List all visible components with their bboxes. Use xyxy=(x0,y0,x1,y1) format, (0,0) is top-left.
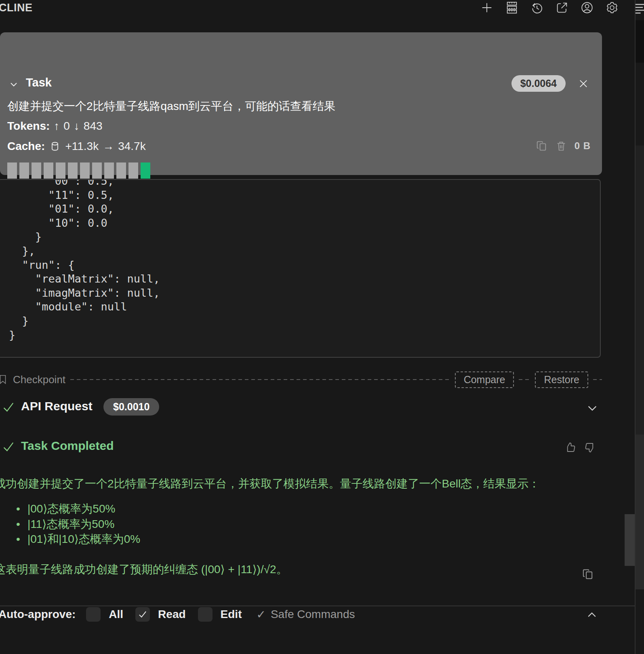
cline-panel: CLINE xyxy=(0,0,644,654)
context-block xyxy=(141,162,150,179)
checkbox-edit-label[interactable]: Edit xyxy=(221,608,242,621)
checkpoint-divider xyxy=(70,379,450,380)
api-request-label[interactable]: API Request xyxy=(21,399,93,413)
storage-size-value: 0 B xyxy=(575,140,591,152)
copy-response-icon[interactable] xyxy=(582,568,594,580)
app-title: CLINE xyxy=(0,2,33,14)
checkbox-edit[interactable] xyxy=(198,607,213,622)
code-block-content: "00": 0.5, "11": 0.5, "01": 0.0, "10": 0… xyxy=(0,179,600,342)
expand-chevron-down-icon[interactable] xyxy=(586,402,599,415)
cache-read-value: 34.7k xyxy=(118,140,146,153)
restore-button[interactable]: Restore xyxy=(535,371,588,388)
account-icon[interactable] xyxy=(580,1,594,15)
cache-actions: 0 B xyxy=(536,140,591,152)
auto-approve-label: Auto-approve: xyxy=(0,608,76,621)
tokens-label: Tokens: xyxy=(7,120,50,133)
task-title[interactable]: Task xyxy=(26,76,52,89)
checkbox-read[interactable] xyxy=(135,607,150,622)
context-block xyxy=(92,162,102,179)
menu-list-icon[interactable] xyxy=(634,2,644,15)
history-icon[interactable] xyxy=(530,1,544,15)
editor-edge-strip xyxy=(636,146,644,435)
result-paragraph: 成功创建并提交了一个2比特量子线路到云平台，并获取了模拟结果。量子线路创建了一个… xyxy=(0,475,600,492)
checkpoint-divider xyxy=(593,379,602,380)
list-item: |00⟩态概率为50% xyxy=(16,501,140,517)
context-block xyxy=(32,162,41,179)
context-block xyxy=(56,162,65,179)
context-block xyxy=(80,162,90,179)
task-header-panel: Task $0.0064 创建并提交一个2比特量子线路qasm到云平台，可能的话… xyxy=(0,32,602,175)
mcp-servers-icon[interactable] xyxy=(505,1,519,15)
check-icon xyxy=(2,400,15,414)
collapse-chevron-down-icon[interactable] xyxy=(9,80,19,89)
context-block xyxy=(104,162,114,179)
close-task-icon[interactable] xyxy=(578,78,589,89)
checkpoint-row: Checkpoint Compare Restore xyxy=(0,371,602,388)
code-block[interactable]: "00": 0.5, "11": 0.5, "01": 0.0, "10": 0… xyxy=(0,179,601,358)
open-in-editor-icon[interactable] xyxy=(555,1,569,15)
new-task-plus-icon[interactable] xyxy=(480,1,494,15)
scrollbar[interactable] xyxy=(625,514,635,566)
check-icon xyxy=(2,440,15,454)
safe-commands-label: Safe Commands xyxy=(271,608,355,621)
tokens-down-value: 843 xyxy=(84,120,103,133)
arrow-down-icon: ↓ xyxy=(74,120,80,133)
editor-edge-strip xyxy=(636,0,644,654)
auto-approve-row: Auto-approve: All Read Edit ✓ Safe Comma… xyxy=(0,605,644,624)
collapse-chevron-up-icon[interactable] xyxy=(586,609,598,621)
titlebar: CLINE xyxy=(0,0,644,18)
checkpoint-divider xyxy=(519,379,530,380)
trash-icon[interactable] xyxy=(555,140,567,152)
checkpoint-label: Checkpoint xyxy=(13,373,65,386)
api-request-cost-badge: $0.0010 xyxy=(103,398,159,416)
context-block xyxy=(68,162,78,179)
thumbs-up-icon[interactable] xyxy=(564,441,576,454)
result-footer: 这表明量子线路成功创建了预期的纠缠态 (|00⟩ + |11⟩)/√2。 xyxy=(0,562,600,577)
bookmark-icon xyxy=(0,374,8,385)
check-icon: ✓ xyxy=(256,608,265,621)
cache-label: Cache: xyxy=(7,140,45,153)
result-bullet-list: |00⟩态概率为50% |11⟩态概率为50% |01⟩和|10⟩态概率为0% xyxy=(16,501,140,547)
cache-row: Cache: +11.3k → 34.7k xyxy=(7,140,146,153)
database-icon xyxy=(50,141,60,152)
context-block xyxy=(128,162,138,179)
checkbox-read-label[interactable]: Read xyxy=(158,608,185,621)
arrow-right-icon: → xyxy=(103,140,114,153)
list-item: |11⟩态概率为50% xyxy=(16,517,140,532)
context-block xyxy=(7,162,17,179)
auto-approve-bar: Auto-approve: All Read Edit ✓ Safe Comma… xyxy=(0,605,644,654)
cache-written-value: +11.3k xyxy=(65,140,99,153)
editor-edge-strip xyxy=(636,20,644,63)
context-block xyxy=(116,162,126,179)
tokens-up-value: 0 xyxy=(63,120,70,133)
copy-icon[interactable] xyxy=(536,140,548,152)
context-blocks xyxy=(7,162,150,179)
compare-button[interactable]: Compare xyxy=(455,371,514,388)
task-description: 创建并提交一个2比特量子线路qasm到云平台，可能的话查看结果 xyxy=(7,99,335,114)
tokens-row: Tokens: ↑ 0 ↓ 843 xyxy=(7,120,103,133)
task-cost-badge: $0.0064 xyxy=(511,75,566,92)
checkbox-all[interactable] xyxy=(86,607,101,622)
context-block xyxy=(44,162,53,179)
editor-edge-strip xyxy=(636,435,644,589)
arrow-up-icon: ↑ xyxy=(54,120,59,133)
safe-commands[interactable]: ✓ Safe Commands xyxy=(256,608,355,621)
context-block xyxy=(19,162,29,179)
task-completed-label: Task Completed xyxy=(21,439,114,453)
settings-gear-icon[interactable] xyxy=(605,1,619,15)
list-item: |01⟩和|10⟩态概率为0% xyxy=(16,532,140,547)
checkbox-all-label[interactable]: All xyxy=(109,608,123,621)
thumbs-down-icon[interactable] xyxy=(584,441,596,454)
